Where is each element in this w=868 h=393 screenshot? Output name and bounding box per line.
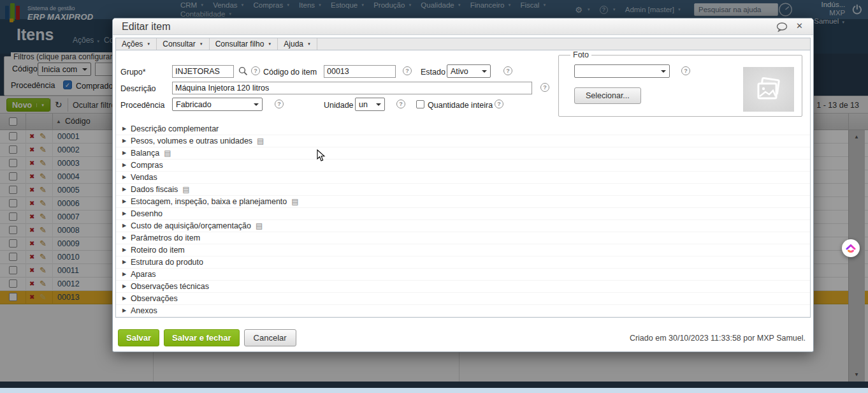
descricao-input[interactable]: [172, 82, 532, 94]
chevron-right-icon: ▶: [122, 186, 126, 192]
section-label: Observações: [131, 294, 178, 303]
section-label: Desenho: [131, 209, 163, 218]
section-label: Vendas: [131, 173, 157, 182]
section-label: Roteiro do item: [131, 246, 185, 255]
foto-fieldset: Foto ? Selecionar...: [558, 55, 802, 117]
chevron-right-icon: ▶: [122, 126, 126, 131]
photo-placeholder-icon: [755, 77, 782, 101]
accordion-section[interactable]: ▶Aparas: [116, 269, 810, 281]
accordion-section[interactable]: ▶Roteiro do item: [116, 244, 810, 256]
accordion-section[interactable]: ▶Compras: [116, 159, 810, 172]
section-label: Estocagem, inspeção, baixa e planejament…: [131, 197, 299, 206]
accordion-section[interactable]: ▶Estocagem, inspeção, baixa e planejamen…: [116, 196, 810, 208]
editar-item-dialog: Editar item ✕ Ações▼Consultar▼Consultar …: [112, 18, 814, 352]
codigo-item-input[interactable]: [324, 65, 396, 78]
caret-down-icon: ▼: [307, 42, 311, 46]
chevron-right-icon: ▶: [122, 271, 126, 277]
quantidade-inteira-checkbox[interactable]: [416, 100, 424, 108]
comment-icon[interactable]: [776, 22, 788, 32]
chevron-right-icon: ▶: [122, 223, 126, 228]
help-icon[interactable]: ?: [403, 66, 412, 75]
help-icon[interactable]: ?: [681, 66, 690, 75]
accordion-section[interactable]: ▶Vendas: [116, 172, 810, 184]
accordion-section[interactable]: ▶Estrutura do produto: [116, 256, 810, 269]
close-icon[interactable]: ✕: [796, 21, 803, 31]
chevron-right-icon: ▶: [122, 198, 126, 204]
chevron-right-icon: ▶: [122, 150, 126, 156]
chevron-right-icon: ▶: [122, 235, 126, 241]
sheet-icon: ▤: [291, 197, 298, 206]
cancelar-button[interactable]: Cancelar: [244, 329, 296, 346]
accordion-section[interactable]: ▶Anexos: [116, 305, 810, 317]
dialog-footer: Salvar Salvar e fechar Cancelar Criado e…: [113, 316, 813, 352]
chevron-right-icon: ▶: [122, 308, 126, 313]
caret-down-icon: ▼: [147, 42, 150, 46]
help-icon[interactable]: ?: [396, 100, 405, 108]
search-icon[interactable]: [238, 66, 248, 76]
selecionar-button[interactable]: Selecionar...: [574, 87, 641, 104]
codigo-item-label: Código do item: [263, 68, 317, 77]
descricao-label: Descrição: [120, 84, 156, 93]
procedencia-select[interactable]: Fabricado: [172, 98, 263, 111]
accordion-section[interactable]: ▶Dados fiscais▤: [116, 184, 810, 196]
sheet-icon: ▤: [182, 185, 189, 194]
help-icon[interactable]: ?: [540, 83, 549, 92]
help-icon[interactable]: ?: [495, 100, 503, 108]
mouse-cursor: [317, 149, 326, 162]
accordion-section[interactable]: ▶Custo de aquisição/orçamentação▤: [116, 220, 810, 232]
dialog-title: Editar item: [122, 21, 170, 33]
section-label: Dados fiscais▤: [131, 185, 190, 194]
section-label: Estrutura do produto: [131, 258, 203, 267]
help-icon[interactable]: ?: [275, 100, 284, 108]
section-label: Anexos: [131, 306, 157, 315]
help-icon[interactable]: ?: [503, 66, 512, 75]
dialog-menu-ajuda[interactable]: Ajuda▼: [278, 38, 317, 50]
grupo-input[interactable]: [172, 65, 234, 78]
clickup-icon: [846, 242, 856, 254]
foto-select[interactable]: [574, 64, 670, 78]
sheet-icon: ▤: [256, 221, 263, 230]
photo-placeholder: [743, 67, 794, 112]
accordion-section[interactable]: ▶Observações técnicas: [116, 281, 810, 293]
procedencia-label: Procedência: [120, 101, 165, 110]
caret-down-icon: ▼: [268, 42, 271, 46]
accordion-section[interactable]: ▶Observações: [116, 293, 810, 305]
accordion-section[interactable]: ▶Parâmetros do item: [116, 232, 810, 244]
dialog-content: Grupo* ? Código do item ? Estado Ativo ?…: [115, 50, 811, 318]
section-label: Parâmetros do item: [131, 234, 200, 242]
estado-select[interactable]: Ativo: [447, 64, 491, 78]
created-info: Criado em 30/10/2023 11:33:58 por MXP Sa…: [630, 334, 807, 343]
dialog-menu-consultar[interactable]: Consultar▼: [157, 38, 209, 50]
section-label: Compras: [131, 161, 163, 170]
clickup-widget-button[interactable]: [842, 239, 860, 257]
accordion-section[interactable]: ▶Desenho: [116, 208, 810, 220]
unidade-label: Unidade: [324, 101, 354, 110]
foto-legend: Foto: [570, 50, 591, 59]
help-icon[interactable]: ?: [251, 66, 260, 75]
chevron-right-icon: ▶: [122, 259, 126, 265]
dialog-titlebar[interactable]: Editar item ✕: [113, 19, 813, 35]
caret-down-icon: ▼: [199, 42, 203, 46]
accordion-sections: ▶Descrição complementar▶Pesos, volumes e…: [116, 123, 810, 317]
section-label: Custo de aquisição/orçamentação▤: [131, 221, 263, 230]
chevron-right-icon: ▶: [122, 211, 126, 216]
accordion-section[interactable]: ▶Pesos, volumes e outras unidades▤: [116, 135, 810, 147]
chevron-right-icon: ▶: [122, 295, 126, 301]
sheet-icon: ▤: [164, 149, 171, 158]
dialog-menu-ações[interactable]: Ações▼: [116, 38, 157, 50]
section-label: Aparas: [131, 270, 156, 279]
accordion-section[interactable]: ▶Descrição complementar: [116, 123, 810, 135]
dialog-menubar: Ações▼Consultar▼Consultar filho▼Ajuda▼: [115, 38, 811, 50]
section-label: Descrição complementar: [131, 124, 219, 133]
unidade-select[interactable]: un: [355, 98, 385, 111]
quantidade-inteira-label: Quantidade inteira: [428, 101, 493, 110]
chevron-right-icon: ▶: [122, 283, 126, 289]
horizontal-scrollbar[interactable]: [0, 388, 868, 393]
accordion-section[interactable]: ▶Balança▤: [116, 147, 810, 159]
section-label: Observações técnicas: [131, 282, 209, 291]
screen: CRM▼Vendas▼Compras▼Itens▼Estoque▼Produçã…: [0, 0, 868, 393]
dialog-menu-consultar-filho[interactable]: Consultar filho▼: [210, 38, 278, 50]
salvar-e-fechar-button[interactable]: Salvar e fechar: [164, 329, 240, 346]
salvar-button[interactable]: Salvar: [118, 329, 159, 346]
chevron-right-icon: ▶: [122, 174, 126, 180]
